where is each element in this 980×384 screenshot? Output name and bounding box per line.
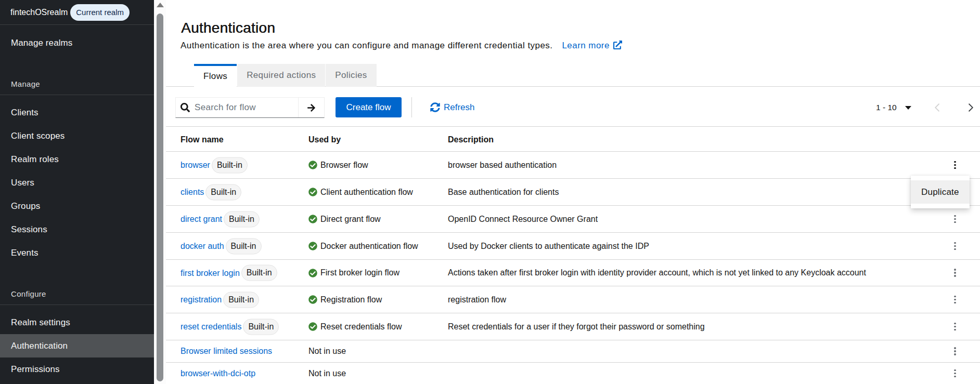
built-in-badge: Built-in [212, 157, 248, 173]
tab-policies[interactable]: Policies [326, 64, 376, 87]
used-by-text: Browser flow [320, 161, 368, 170]
flow-link[interactable]: browser [180, 161, 210, 170]
sidebar-item-groups[interactable]: Groups [0, 194, 154, 218]
pagination: 1 - 10 [166, 87, 980, 127]
table-row: reset credentials Built-in Reset credent… [166, 313, 980, 340]
row-actions-kebab-icon[interactable] [950, 294, 960, 306]
flow-link[interactable]: docker auth [180, 242, 224, 251]
realm-name: fintechOSrealm [10, 8, 68, 17]
check-circle-icon [308, 295, 317, 304]
sidebar-item-client-scopes[interactable]: Client scopes [0, 124, 154, 148]
sidebar-item-clients[interactable]: Clients [0, 101, 154, 124]
sidebar-item-realm-roles[interactable]: Realm roles [0, 148, 154, 171]
built-in-badge: Built-in [241, 265, 277, 281]
flow-link[interactable]: direct grant [180, 215, 222, 224]
built-in-badge: Built-in [224, 211, 260, 227]
built-in-badge: Built-in [243, 319, 279, 335]
table-row: first broker login Built-in First broker… [166, 260, 980, 286]
table-row: docker auth Built-in Docker authenticati… [166, 233, 980, 260]
column-description: Description [448, 135, 494, 144]
flow-link[interactable]: registration [180, 295, 222, 304]
used-by-text: Reset credentials flow [320, 322, 402, 332]
sidebar-item-users[interactable]: Users [0, 171, 154, 194]
row-actions-kebab-icon[interactable] [950, 321, 960, 333]
flow-link[interactable]: clients [180, 188, 204, 197]
pagination-next-button[interactable] [968, 103, 974, 112]
pagination-caret-icon[interactable] [905, 106, 911, 110]
used-by-text: Not in use [308, 369, 346, 378]
realm-switcher[interactable]: fintechOSrealm Current realm [0, 0, 154, 25]
tab-flows[interactable]: Flows [194, 64, 237, 87]
flows-table: Flow name Used by Description browser Bu… [166, 127, 980, 384]
check-circle-icon [308, 322, 317, 331]
flow-link[interactable]: browser-with-dci-otp [180, 369, 255, 378]
table-row: browser-with-dci-otp Not in use [166, 363, 980, 384]
row-actions-kebab-icon[interactable] [950, 267, 960, 279]
row-actions-menu: Duplicate [911, 176, 970, 208]
check-circle-icon [308, 269, 317, 277]
check-circle-icon [308, 215, 317, 223]
page-title: Authentication [181, 20, 275, 36]
page-description-text: Authentication is the area where you can… [180, 41, 552, 50]
table-row: registration Built-in Registration flow … [166, 286, 980, 313]
row-actions-kebab-icon[interactable] [950, 367, 960, 380]
scrollbar-up-arrow-icon[interactable] [157, 3, 164, 7]
row-actions-kebab-icon[interactable] [950, 159, 960, 171]
flow-link[interactable]: Browser limited sessions [180, 347, 272, 356]
sidebar-nav: Manage realms Manage Clients Client scop… [0, 31, 154, 381]
table-row: clients Built-in Client authentication f… [166, 179, 980, 206]
external-link-icon [613, 41, 622, 52]
row-actions-kebab-icon[interactable] [950, 240, 960, 253]
flow-link[interactable]: reset credentials [180, 322, 241, 332]
toolbar: Search for flow Create flow Refresh 1 - … [166, 87, 980, 127]
flow-description: Reset credentials for a user if they for… [448, 322, 705, 332]
used-by-text: Registration flow [320, 295, 382, 304]
sidebar-item-sessions[interactable]: Sessions [0, 218, 154, 241]
check-circle-icon [308, 161, 317, 169]
sidebar-item-manage-realms[interactable]: Manage realms [0, 31, 154, 55]
flow-link[interactable]: first broker login [180, 268, 240, 277]
column-flow-name: Flow name [180, 135, 224, 144]
table-row: Browser limited sessions Not in use [166, 340, 980, 363]
sidebar-section-configure: Configure [0, 289, 154, 298]
scrollbar-thumb[interactable] [157, 14, 163, 381]
menu-item-duplicate[interactable]: Duplicate [911, 180, 970, 204]
check-circle-icon [308, 188, 317, 196]
main-content: Authentication Authentication is the are… [166, 0, 980, 384]
sidebar: fintechOSrealm Current realm Manage real… [0, 0, 154, 384]
used-by-text: Not in use [308, 347, 346, 356]
sidebar-section-manage: Manage [0, 80, 154, 88]
table-row: direct grant Built-in Direct grant flow … [166, 206, 980, 233]
sidebar-item-events[interactable]: Events [0, 241, 154, 264]
used-by-text: First broker login flow [320, 268, 399, 277]
built-in-badge: Built-in [223, 292, 259, 308]
sidebar-scrollbar[interactable] [154, 0, 166, 384]
table-row: browser Built-in Browser flow browser ba… [166, 152, 980, 179]
flow-description: browser based authentication [448, 161, 557, 170]
used-by-text: Docker authentication flow [320, 242, 418, 251]
built-in-badge: Built-in [205, 184, 241, 200]
table-header: Flow name Used by Description [166, 127, 980, 152]
check-circle-icon [308, 242, 317, 250]
sidebar-item-permissions[interactable]: Permissions [0, 357, 154, 381]
sidebar-item-realm-settings[interactable]: Realm settings [0, 311, 154, 334]
tab-required-actions[interactable]: Required actions [237, 64, 325, 87]
learn-more-link[interactable]: Learn more [562, 41, 622, 50]
flow-description: OpenID Connect Resource Owner Grant [448, 215, 598, 224]
tab-bar: Flows Required actions Policies [166, 64, 980, 87]
current-realm-badge: Current realm [70, 4, 130, 21]
flow-description: Used by Docker clients to authenticate a… [448, 242, 649, 251]
row-actions-kebab-icon[interactable] [950, 345, 960, 357]
column-used-by: Used by [308, 135, 341, 144]
sidebar-item-authentication[interactable]: Authentication [0, 334, 154, 357]
flow-description: registration flow [448, 295, 506, 304]
pagination-prev-button[interactable] [934, 103, 940, 112]
pagination-range: 1 - 10 [876, 103, 897, 112]
used-by-text: Client authentication flow [320, 188, 413, 197]
used-by-text: Direct grant flow [320, 215, 381, 224]
page-description: Authentication is the area where you can… [180, 41, 622, 52]
row-actions-kebab-icon[interactable] [950, 213, 960, 226]
flow-description: Base authentication for clients [448, 188, 559, 197]
flow-description: Actions taken after first broker login w… [448, 268, 866, 277]
built-in-badge: Built-in [226, 238, 262, 254]
